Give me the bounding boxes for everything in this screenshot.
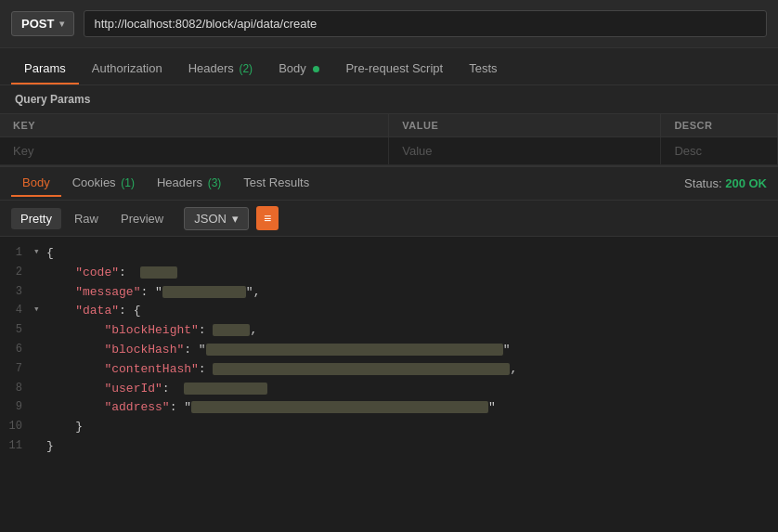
code-line-3: 3 "message": "", [0, 283, 778, 303]
status-label: Status: [684, 176, 721, 190]
col-header-key: KEY [0, 114, 389, 137]
code-line-4: 4 ▾ "data": { [0, 302, 778, 321]
code-line-7: 7 "contentHash": , [0, 360, 778, 380]
cookies-badge: (1) [121, 176, 135, 189]
response-tab-cookies[interactable]: Cookies (1) [61, 170, 146, 197]
tab-authorization[interactable]: Authorization [79, 54, 175, 84]
col-header-value: VALUE [389, 114, 661, 137]
code-line-5: 5 "blockHeight": , [0, 321, 778, 341]
response-tab-headers[interactable]: Headers (3) [146, 170, 232, 197]
body-dot-icon [313, 66, 319, 72]
request-tabs: Params Authorization Headers (2) Body Pr… [0, 48, 778, 85]
query-params-title: Query Params [15, 93, 90, 106]
query-params-header: Query Params [0, 85, 778, 114]
tab-headers-label: Headers [188, 61, 234, 75]
code-line-2: 2 "code": [0, 264, 778, 283]
code-line-11: 11 } [0, 437, 778, 457]
tab-pre-request-script[interactable]: Pre-request Script [332, 54, 456, 84]
json-code-area: 1 ▾ { 2 "code": 3 "message": "", 4 ▾ "da… [0, 237, 778, 464]
code-line-1: 1 ▾ { [0, 244, 778, 264]
tab-body-label: Body [279, 61, 306, 75]
wrap-button[interactable]: ≡ [256, 206, 279, 230]
code-line-8: 8 "userId": [0, 380, 778, 399]
wrap-icon: ≡ [264, 211, 271, 226]
tab-headers[interactable]: Headers (2) [175, 54, 266, 84]
desc-placeholder: Desc [674, 144, 702, 158]
url-input[interactable] [84, 10, 767, 37]
json-format-dropdown[interactable]: JSON ▾ [184, 207, 249, 230]
preview-button[interactable]: Preview [111, 208, 173, 229]
tab-tests[interactable]: Tests [456, 54, 510, 84]
method-dropdown[interactable]: POST ▾ [11, 11, 74, 36]
status-value: 200 OK [725, 176, 767, 190]
tab-pre-request-label: Pre-request Script [345, 61, 443, 75]
response-tab-test-results[interactable]: Test Results [232, 170, 320, 197]
tab-authorization-label: Authorization [92, 61, 162, 75]
body-format-bar: Pretty Raw Preview JSON ▾ ≡ [0, 201, 778, 237]
url-bar: POST ▾ [0, 0, 778, 48]
value-cell[interactable]: Value [389, 137, 661, 165]
code-line-9: 9 "address": "" [0, 398, 778, 418]
tab-body[interactable]: Body [266, 54, 332, 84]
desc-cell[interactable]: Desc [661, 137, 778, 165]
method-label: POST [21, 17, 54, 31]
response-tab-body[interactable]: Body [11, 170, 61, 197]
code-line-10: 10 } [0, 418, 778, 437]
key-placeholder: Key [13, 144, 33, 158]
raw-button[interactable]: Raw [65, 208, 108, 229]
chevron-down-icon: ▾ [59, 19, 64, 29]
key-cell[interactable]: Key [0, 137, 389, 165]
code-line-6: 6 "blockHash": "" [0, 341, 778, 360]
json-label: JSON [194, 212, 227, 226]
value-placeholder: Value [402, 144, 432, 158]
response-tab-headers-label: Headers [157, 175, 202, 189]
headers-badge: (2) [239, 62, 253, 75]
response-tab-cookies-label: Cookies [72, 175, 116, 189]
response-tabs-bar: Body Cookies (1) Headers (3) Test Result… [0, 165, 778, 201]
tab-params-label: Params [24, 61, 66, 75]
table-row: Key Value Desc [0, 137, 778, 165]
status-area: Status: 200 OK [684, 176, 767, 190]
tab-tests-label: Tests [469, 61, 497, 75]
response-headers-badge: (3) [208, 176, 222, 189]
col-header-description: DESCR [661, 114, 778, 137]
tab-params[interactable]: Params [11, 54, 79, 84]
pretty-button[interactable]: Pretty [11, 208, 61, 229]
chevron-down-icon: ▾ [232, 212, 239, 226]
params-table: KEY VALUE DESCR Key Value Desc [0, 114, 778, 165]
response-tab-body-label: Body [22, 175, 50, 189]
response-tab-test-results-label: Test Results [243, 175, 309, 189]
